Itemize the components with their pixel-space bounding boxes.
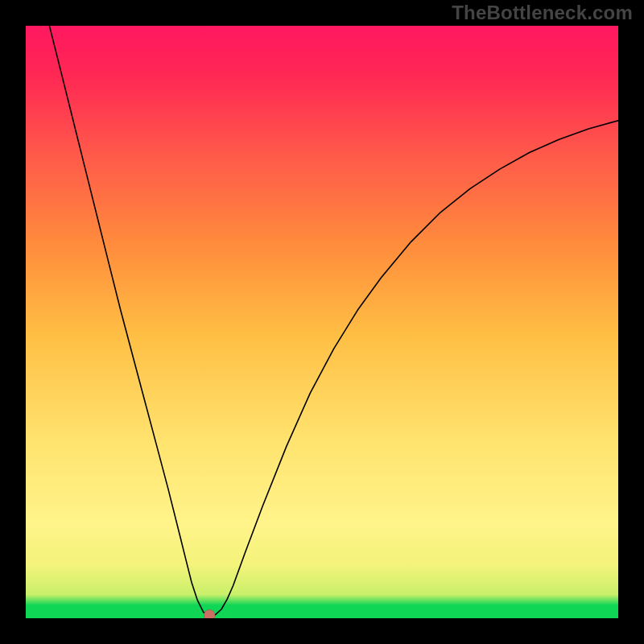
plot-area	[26, 26, 618, 618]
bottleneck-chart	[26, 26, 618, 618]
optimal-point-marker	[204, 609, 215, 618]
chart-frame: TheBottleneck.com	[0, 0, 644, 644]
watermark-text: TheBottleneck.com	[452, 2, 633, 24]
bottleneck-curve	[49, 26, 618, 615]
